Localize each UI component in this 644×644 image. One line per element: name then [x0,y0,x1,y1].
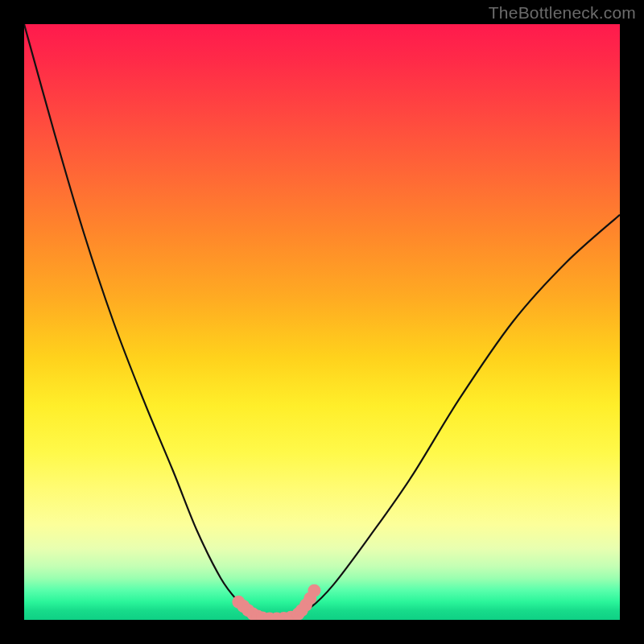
marker-dot [308,584,320,597]
highlight-markers [232,584,320,620]
plot-area [24,24,620,620]
watermark-text: TheBottleneck.com [489,3,636,23]
chart-frame: TheBottleneck.com [0,0,644,644]
curve-svg [24,24,620,620]
bottleneck-curve [24,24,620,619]
